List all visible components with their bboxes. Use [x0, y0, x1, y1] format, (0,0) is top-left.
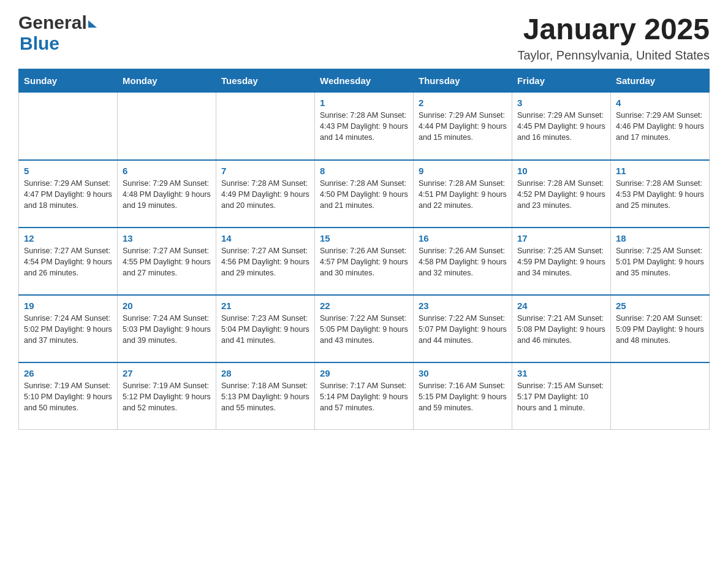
calendar-week-4: 19Sunrise: 7:24 AM Sunset: 5:02 PM Dayli…: [19, 295, 710, 362]
day-info: Sunrise: 7:28 AM Sunset: 4:50 PM Dayligh…: [320, 178, 408, 211]
calendar-cell: 4Sunrise: 7:29 AM Sunset: 4:46 PM Daylig…: [611, 93, 710, 160]
day-info: Sunrise: 7:29 AM Sunset: 4:45 PM Dayligh…: [517, 110, 605, 143]
calendar-cell: 25Sunrise: 7:20 AM Sunset: 5:09 PM Dayli…: [611, 295, 710, 362]
calendar-week-1: 1Sunrise: 7:28 AM Sunset: 4:43 PM Daylig…: [19, 93, 710, 160]
day-info: Sunrise: 7:27 AM Sunset: 4:56 PM Dayligh…: [221, 245, 309, 278]
day-info: Sunrise: 7:17 AM Sunset: 5:14 PM Dayligh…: [320, 380, 408, 413]
calendar-cell: 16Sunrise: 7:26 AM Sunset: 4:58 PM Dayli…: [414, 228, 512, 295]
day-number: 4: [616, 98, 704, 108]
day-number: 26: [24, 368, 112, 378]
calendar-cell: 31Sunrise: 7:15 AM Sunset: 5:17 PM Dayli…: [512, 362, 611, 430]
day-info: Sunrise: 7:20 AM Sunset: 5:09 PM Dayligh…: [616, 313, 704, 346]
calendar-cell: 11Sunrise: 7:28 AM Sunset: 4:53 PM Dayli…: [611, 160, 710, 228]
calendar-cell: 15Sunrise: 7:26 AM Sunset: 4:57 PM Dayli…: [315, 228, 414, 295]
day-info: Sunrise: 7:24 AM Sunset: 5:03 PM Dayligh…: [123, 313, 211, 346]
calendar-cell: 7Sunrise: 7:28 AM Sunset: 4:49 PM Daylig…: [216, 160, 315, 228]
weekday-header-saturday: Saturday: [611, 69, 710, 93]
calendar-cell: 2Sunrise: 7:29 AM Sunset: 4:44 PM Daylig…: [414, 93, 512, 160]
page-subtitle: Taylor, Pennsylvania, United States: [517, 48, 710, 63]
day-number: 9: [419, 166, 507, 176]
day-info: Sunrise: 7:26 AM Sunset: 4:57 PM Dayligh…: [320, 245, 408, 278]
day-info: Sunrise: 7:29 AM Sunset: 4:44 PM Dayligh…: [419, 110, 507, 143]
day-info: Sunrise: 7:18 AM Sunset: 5:13 PM Dayligh…: [221, 380, 309, 413]
weekday-header-tuesday: Tuesday: [216, 69, 315, 93]
day-info: Sunrise: 7:29 AM Sunset: 4:46 PM Dayligh…: [616, 110, 704, 143]
day-info: Sunrise: 7:22 AM Sunset: 5:07 PM Dayligh…: [419, 313, 507, 346]
day-number: 28: [221, 368, 309, 378]
calendar-cell: 22Sunrise: 7:22 AM Sunset: 5:05 PM Dayli…: [315, 295, 414, 362]
calendar-cell: 26Sunrise: 7:19 AM Sunset: 5:10 PM Dayli…: [19, 362, 118, 430]
day-info: Sunrise: 7:19 AM Sunset: 5:10 PM Dayligh…: [24, 380, 112, 413]
weekday-header-thursday: Thursday: [414, 69, 512, 93]
weekday-header-sunday: Sunday: [19, 69, 118, 93]
day-info: Sunrise: 7:27 AM Sunset: 4:55 PM Dayligh…: [123, 245, 211, 278]
day-info: Sunrise: 7:19 AM Sunset: 5:12 PM Dayligh…: [123, 380, 211, 413]
day-number: 23: [419, 301, 507, 311]
day-info: Sunrise: 7:29 AM Sunset: 4:48 PM Dayligh…: [123, 178, 211, 211]
calendar-cell: [118, 93, 216, 160]
page-title: January 2025: [517, 12, 710, 46]
day-number: 2: [419, 98, 507, 108]
calendar-cell: [611, 362, 710, 430]
calendar-cell: 30Sunrise: 7:16 AM Sunset: 5:15 PM Dayli…: [414, 362, 512, 430]
calendar-cell: 6Sunrise: 7:29 AM Sunset: 4:48 PM Daylig…: [118, 160, 216, 228]
day-number: 11: [616, 166, 704, 176]
day-number: 6: [123, 166, 211, 176]
calendar-cell: 18Sunrise: 7:25 AM Sunset: 5:01 PM Dayli…: [611, 228, 710, 295]
logo-general-text: General: [18, 12, 87, 33]
calendar-cell: 24Sunrise: 7:21 AM Sunset: 5:08 PM Dayli…: [512, 295, 611, 362]
day-number: 3: [517, 98, 605, 108]
calendar-cell: 1Sunrise: 7:28 AM Sunset: 4:43 PM Daylig…: [315, 93, 414, 160]
day-info: Sunrise: 7:27 AM Sunset: 4:54 PM Dayligh…: [24, 245, 112, 278]
day-number: 19: [24, 301, 112, 311]
day-number: 24: [517, 301, 605, 311]
day-info: Sunrise: 7:23 AM Sunset: 5:04 PM Dayligh…: [221, 313, 309, 346]
logo-arrow-icon: [88, 20, 97, 28]
calendar-cell: [216, 93, 315, 160]
calendar-cell: 27Sunrise: 7:19 AM Sunset: 5:12 PM Dayli…: [118, 362, 216, 430]
day-number: 1: [320, 98, 408, 108]
day-number: 21: [221, 301, 309, 311]
calendar-cell: 20Sunrise: 7:24 AM Sunset: 5:03 PM Dayli…: [118, 295, 216, 362]
day-number: 25: [616, 301, 704, 311]
calendar-cell: 3Sunrise: 7:29 AM Sunset: 4:45 PM Daylig…: [512, 93, 611, 160]
day-info: Sunrise: 7:22 AM Sunset: 5:05 PM Dayligh…: [320, 313, 408, 346]
day-info: Sunrise: 7:28 AM Sunset: 4:51 PM Dayligh…: [419, 178, 507, 211]
day-info: Sunrise: 7:21 AM Sunset: 5:08 PM Dayligh…: [517, 313, 605, 346]
title-block: January 2025 Taylor, Pennsylvania, Unite…: [517, 12, 710, 63]
calendar-cell: 9Sunrise: 7:28 AM Sunset: 4:51 PM Daylig…: [414, 160, 512, 228]
calendar-cell: 5Sunrise: 7:29 AM Sunset: 4:47 PM Daylig…: [19, 160, 118, 228]
day-number: 12: [24, 233, 112, 243]
calendar-week-5: 26Sunrise: 7:19 AM Sunset: 5:10 PM Dayli…: [19, 362, 710, 430]
day-info: Sunrise: 7:29 AM Sunset: 4:47 PM Dayligh…: [24, 178, 112, 211]
day-number: 13: [123, 233, 211, 243]
day-info: Sunrise: 7:25 AM Sunset: 5:01 PM Dayligh…: [616, 245, 704, 278]
day-number: 14: [221, 233, 309, 243]
calendar-cell: 28Sunrise: 7:18 AM Sunset: 5:13 PM Dayli…: [216, 362, 315, 430]
day-info: Sunrise: 7:28 AM Sunset: 4:49 PM Dayligh…: [221, 178, 309, 211]
weekday-header-wednesday: Wednesday: [315, 69, 414, 93]
logo-blue-text: Blue: [20, 33, 59, 53]
day-info: Sunrise: 7:28 AM Sunset: 4:43 PM Dayligh…: [320, 110, 408, 143]
day-info: Sunrise: 7:24 AM Sunset: 5:02 PM Dayligh…: [24, 313, 112, 346]
day-number: 5: [24, 166, 112, 176]
day-number: 20: [123, 301, 211, 311]
day-number: 8: [320, 166, 408, 176]
calendar-cell: 13Sunrise: 7:27 AM Sunset: 4:55 PM Dayli…: [118, 228, 216, 295]
logo: General Blue: [18, 12, 97, 54]
calendar-cell: 29Sunrise: 7:17 AM Sunset: 5:14 PM Dayli…: [315, 362, 414, 430]
calendar-cell: [19, 93, 118, 160]
calendar-week-2: 5Sunrise: 7:29 AM Sunset: 4:47 PM Daylig…: [19, 160, 710, 228]
day-number: 10: [517, 166, 605, 176]
weekday-header-monday: Monday: [118, 69, 216, 93]
day-number: 15: [320, 233, 408, 243]
calendar-cell: 12Sunrise: 7:27 AM Sunset: 4:54 PM Dayli…: [19, 228, 118, 295]
day-info: Sunrise: 7:16 AM Sunset: 5:15 PM Dayligh…: [419, 380, 507, 413]
calendar-cell: 10Sunrise: 7:28 AM Sunset: 4:52 PM Dayli…: [512, 160, 611, 228]
day-info: Sunrise: 7:15 AM Sunset: 5:17 PM Dayligh…: [517, 380, 605, 413]
calendar-table: SundayMondayTuesdayWednesdayThursdayFrid…: [18, 69, 710, 430]
day-info: Sunrise: 7:25 AM Sunset: 4:59 PM Dayligh…: [517, 245, 605, 278]
day-info: Sunrise: 7:26 AM Sunset: 4:58 PM Dayligh…: [419, 245, 507, 278]
day-info: Sunrise: 7:28 AM Sunset: 4:52 PM Dayligh…: [517, 178, 605, 211]
day-number: 31: [517, 368, 605, 378]
